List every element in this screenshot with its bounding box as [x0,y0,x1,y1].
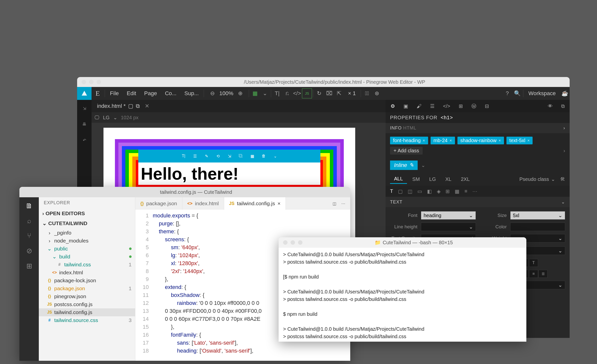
inline-style-chip[interactable]: Inline ✎ [390,161,418,170]
breakpoint-all[interactable]: ALL [390,174,407,184]
help-icon[interactable]: ? [502,88,512,98]
code-icon[interactable]: </> [292,88,302,98]
line-height-select[interactable]: ⌄ [421,223,476,231]
extensions-icon[interactable]: ⊞ [26,262,32,270]
text-cat-icon[interactable]: T [390,188,393,194]
flow-icon[interactable]: ⎌ [282,88,292,98]
undo-icon[interactable]: ↶ [79,135,90,146]
traffic-light-close[interactable] [24,190,28,194]
file-postcss-config-js[interactable]: JSpostcss.config.js [39,300,135,308]
workspace-menu[interactable]: Workspace [524,90,560,97]
debug-icon[interactable]: ⊘ [26,247,32,255]
flex-cat-icon[interactable]: ⊞ [446,188,450,194]
class-chip[interactable]: font-heading × [390,137,428,144]
tab-index[interactable]: index.html * ▢ ⧉ [94,102,143,110]
refresh-icon[interactable]: ↻ [314,88,324,98]
coffee-icon[interactable]: ☕ [560,88,570,98]
traffic-light-minimize[interactable] [89,80,94,84]
breakpoint-lg[interactable]: LG [425,175,440,184]
layout-cat-icon[interactable]: ◫ [408,188,412,194]
folder-public[interactable]: ⌄public [39,245,135,253]
traffic-light-zoom[interactable] [39,190,43,194]
box-cat-icon[interactable]: ▢ [398,188,403,194]
menu-page[interactable]: Page [140,90,161,97]
grid-icon[interactable]: ▦ [249,153,256,160]
search-icon[interactable]: 🔍 [512,88,522,98]
menu-file[interactable]: File [106,90,123,97]
info-section-head[interactable]: INFO HTML › [386,123,570,133]
chevron-down-icon[interactable]: ⌄ [272,153,279,160]
code-lines[interactable]: module.exports = { purge: [], theme: { s… [153,210,262,361]
selected-element[interactable]: T| ☰ ✎ ⟲ ⇲ ⿻ ▦ 🗑 ⌄ Hel [138,162,320,185]
editor-tab-tailwind-config-js[interactable]: JStailwind.config.js× [224,197,286,210]
tab-window-icon[interactable]: ▢ [128,103,133,109]
split-icon[interactable]: ◫ [333,201,336,206]
breakpoint-2xl[interactable]: 2XL [457,175,474,184]
file-package-json[interactable]: {}package.json1 [39,284,135,292]
editor-tab-package-json[interactable]: {}package.json [135,197,182,210]
effects-cat-icon[interactable]: ◈ [437,188,441,194]
more-cat-icon[interactable]: ⋯ [472,188,477,194]
remove-chip-icon[interactable]: × [423,138,425,143]
traffic-light-minimize[interactable] [31,190,36,194]
settings-icon[interactable]: ☰ [192,153,199,160]
files-icon[interactable]: 🗎 [26,202,33,210]
close-tab-icon[interactable]: × [277,201,280,206]
file-tailwind-config-js[interactable]: JStailwind.config.js [39,308,135,316]
font-select[interactable]: heading⌄ [421,211,476,220]
delete-icon[interactable]: 🗑 [260,153,267,160]
traffic-light-close[interactable] [82,80,86,84]
text-edit-icon[interactable]: T| [180,153,187,160]
target-icon[interactable]: ⊛ [372,88,382,98]
search-icon[interactable]: ⌕ [27,217,31,225]
traffic-light-close[interactable] [283,240,288,245]
project-section[interactable]: ⌄CUTETAILWIND [39,218,135,228]
grid-icon[interactable]: ▦ [250,88,260,98]
sliders-icon[interactable]: ⚙ [391,103,395,109]
chevron-right-icon[interactable]: › [563,148,565,154]
align-justify-button[interactable]: ≣ [539,270,547,278]
import-icon[interactable]: ⇲ [79,103,90,114]
menu-edit[interactable]: Edit [123,90,140,97]
link-icon[interactable]: ⟲ [214,153,221,160]
remove-chip-icon[interactable]: × [449,138,452,143]
align-right-button[interactable]: ≡ [529,270,538,278]
hero-heading[interactable]: Hello, there! [138,162,320,185]
add-class-button[interactable]: + Add class [390,147,423,155]
traffic-light-zoom[interactable] [97,80,101,84]
tab-close-icon[interactable]: ✕ [145,103,149,109]
pseudo-class-dropdown[interactable]: Pseudo class ⌄ [519,176,555,182]
chevron-down-icon[interactable]: ⌄ [421,162,425,168]
folder-_pginfo[interactable]: ›_pginfo [39,229,135,237]
edit-icon[interactable]: ✎ [203,153,210,160]
menu-elements[interactable]: E [92,89,104,97]
bg-cat-icon[interactable]: ◧ [427,188,432,194]
plugin-icon[interactable]: ⊞ [459,103,463,109]
traffic-light-minimize[interactable] [291,240,295,245]
file-package-lock-json[interactable]: {}package-lock.json [39,277,135,284]
class-chip[interactable]: mb-24 × [431,137,455,144]
text-tool-icon[interactable]: T| [272,88,282,98]
remove-chip-icon[interactable]: × [527,138,530,143]
size-select[interactable]: 5xl⌄ [510,211,565,220]
code-icon[interactable]: </> [443,103,450,109]
copy-icon[interactable]: ⧉ [561,103,565,109]
list-cat-icon[interactable]: ≡ [464,188,467,194]
editor-tab-index-html[interactable]: <>index.html [182,197,224,210]
insert-icon[interactable]: ⇲ [226,153,233,160]
box-icon[interactable]: ▣ [403,103,408,109]
visibility-icon[interactable]: 👁̸ [362,88,372,98]
menu-support[interactable]: Sup... [180,90,202,97]
file-tailwind-css[interactable]: #tailwind.css1 [39,261,135,269]
tree-icon[interactable]: ⊟ [485,103,489,109]
breakpoint-xl[interactable]: XL [441,175,455,184]
tools-icon[interactable]: 🛠 [560,176,565,182]
print-icon[interactable]: 🖶 [79,119,90,130]
terminal-output[interactable]: > CuteTailwind@1.0.0 build /Users/Matjaz… [279,248,526,342]
zoom-in-icon[interactable]: ⊕ [235,88,245,98]
wordpress-icon[interactable]: Ⓦ [471,103,476,110]
remove-chip-icon[interactable]: × [498,138,501,143]
breakpoint-sm[interactable]: SM [408,175,424,184]
breakpoint-label[interactable]: LG [103,115,110,121]
js-icon[interactable]: JS [302,88,312,98]
